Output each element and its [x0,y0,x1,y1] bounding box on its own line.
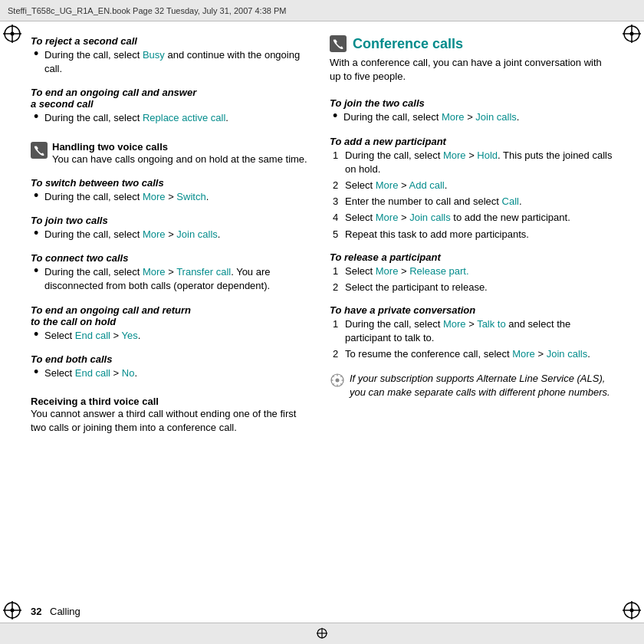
phone-icon [34,145,44,156]
num-r1: 1 [333,264,345,278]
icon-heading-two-voice-calls: Handling two voice calls You can have ca… [31,141,314,166]
corner-mark-bl [2,600,23,621]
link-no: No [122,367,135,379]
bullet-text-switch: During the call, select More > Switch. [44,190,209,204]
num-p1: 1 [333,317,345,345]
bullet-text-reject: During the call, select Busy and continu… [44,48,314,76]
svg-point-3 [11,32,15,36]
conference-icon [333,38,343,49]
bullet-end-both-calls: • Select End call > No. [31,366,314,380]
bullet-end-call-yes: • Select End call > Yes. [31,329,314,343]
num-text-2: Select More > Add call. [345,179,447,192]
heading-join-the-two-calls: To join the two calls [330,97,613,109]
svg-point-11 [11,609,15,613]
link-more-r2: More [443,150,466,161]
numbered-item-3: 3 Enter the number to call and select Ca… [330,195,613,209]
header-bar: Steffi_T658c_UG_R1A_EN.book Page 32 Tues… [0,0,644,21]
link-end-call-1: End call [75,330,110,341]
num-text-1: During the call, select More > Hold. Thi… [345,149,613,176]
num-r2: 2 [333,281,345,294]
link-more-join-1: More [143,228,166,240]
heading-end-ongoing-answer-second: To end an ongoing call and answera secon… [31,87,314,110]
conference-title: Conference calls [353,36,463,52]
tip-icon [330,373,345,387]
left-column: To reject a second call • During the cal… [31,35,314,615]
bullet-dot-6: • [34,327,44,343]
link-yes: Yes [122,330,138,341]
bottom-center-mark [316,627,328,641]
numbered-item-1: 1 During the call, select More > Hold. T… [330,149,613,176]
bullet-text-end-no: Select End call > No. [44,366,137,380]
num-text-private-2: To resume the conference call, select Mo… [345,347,590,361]
corner-mark-br [621,600,642,621]
bullet-join-two-calls: • During the call, select More > Join ca… [31,228,314,242]
link-more-release: More [376,265,399,277]
bullet-dot-5: • [34,264,44,293]
link-more-private: More [443,318,466,330]
icon-heading-texts-third: Receiving a third voice call You cannot … [31,396,314,435]
bullet-dot-4: • [34,226,44,242]
icon-heading-third-voice: Receiving a third voice call You cannot … [31,396,314,435]
heading-join-two-calls: To join two calls [31,215,314,226]
tip-box: If your subscription supports Alternate … [330,372,613,399]
right-column: Conference calls With a conference call,… [330,35,613,615]
bullet-reject-second-call: • During the call, select Busy and conti… [31,48,314,76]
conference-intro: With a conference call, you can have a j… [330,56,613,84]
link-join-calls-r2: Join calls [409,212,450,223]
conference-heading: Conference calls [330,35,613,52]
heading-add-participant: To add a new participant [330,136,613,147]
link-join-calls-1: Join calls [176,228,217,240]
bullet-text-connect: During the call, select More > Transfer … [44,265,314,293]
heading-end-ongoing-return-hold: To end an ongoing call and returnto the … [31,304,314,327]
link-replace-active: Replace active call [143,112,225,123]
numbered-item-2: 2 Select More > Add call. [330,179,613,192]
bullet-text-join: During the call, select More > Join call… [44,228,220,242]
bullet-end-ongoing-answer-second: • During the call, select Replace active… [31,111,314,125]
heading-release-participant: To release a participant [330,251,613,263]
icon-heading-title-two-voice: Handling two voice calls [52,141,307,153]
link-end-call-2: End call [75,367,110,379]
icon-heading-body-two-voice: You can have calls ongoing and on hold a… [52,153,307,166]
link-join-calls-r1: Join calls [475,111,516,123]
num-text-3: Enter the number to call and select Call… [345,195,522,209]
link-more-r1: More [442,111,465,123]
bullet-text-end-yes: Select End call > Yes. [44,329,140,343]
num-3: 3 [333,195,345,209]
num-text-private-1: During the call, select More > Talk to a… [345,317,613,345]
tip-lightbulb-icon [330,373,344,387]
link-more-private-2: More [512,348,535,360]
link-release-part: Release part. [409,265,468,277]
link-more-transfer: More [143,266,166,278]
bold-heading-third-voice: Receiving a third voice call [31,396,314,407]
link-call: Call [502,196,519,207]
num-4: 4 [333,211,345,225]
heading-end-both-calls: To end both calls [31,353,314,365]
heading-reject-second-call: To reject a second call [31,35,314,47]
corner-mark-tr [621,23,642,44]
bullet-connect-two-calls: • During the call, select More > Transfe… [31,265,314,293]
bullet-switch-two-calls: • During the call, select More > Switch. [31,190,314,204]
link-transfer-call: Transfer call [176,266,231,278]
bullet-dot: • [34,47,44,76]
numbered-item-5: 5 Repeat this task to add more participa… [330,228,613,242]
num-text-5: Repeat this task to add more participant… [345,228,529,242]
bottom-bar [0,623,644,644]
numbered-private-2: 2 To resume the conference call, select … [330,347,613,361]
bullet-dot-2: • [34,110,44,125]
svg-point-20 [336,378,340,382]
num-text-release-1: Select More > Release part. [345,264,469,278]
heading-connect-two-calls: To connect two calls [31,252,314,264]
bullet-dot-3: • [34,189,44,204]
link-more-switch-1: More [143,191,166,202]
num-5: 5 [333,228,345,242]
numbered-item-4: 4 Select More > Join calls to add the ne… [330,211,613,225]
main-content: To reject a second call • During the cal… [23,21,621,623]
numbered-release-2: 2 Select the participant to release. [330,281,613,294]
two-voice-calls-icon-box [31,142,48,159]
num-1: 1 [333,149,345,176]
num-p2: 2 [333,347,345,361]
tip-text: If your subscription supports Alternate … [350,372,613,399]
svg-point-15 [630,609,634,613]
icon-heading-texts: Handling two voice calls You can have ca… [52,141,307,166]
link-more-r3: More [376,179,399,191]
